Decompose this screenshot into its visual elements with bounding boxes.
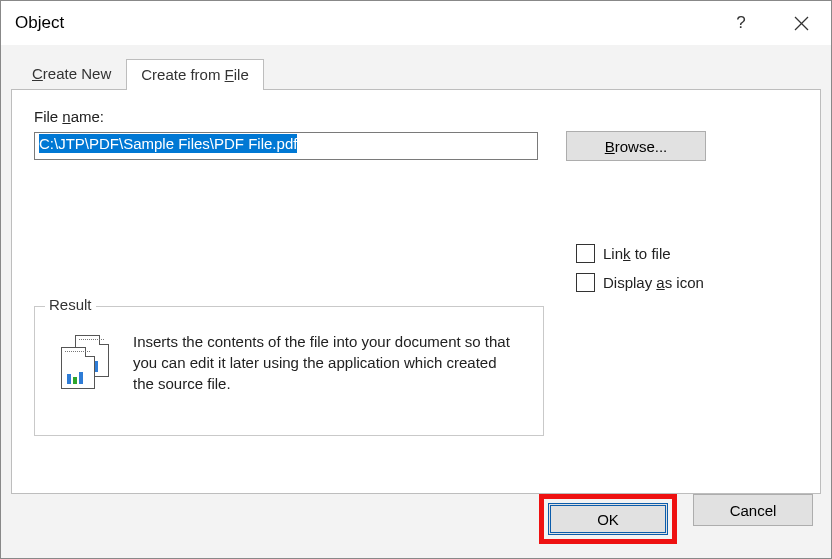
- close-icon: [794, 16, 809, 31]
- checkbox-box: [576, 244, 595, 263]
- tab-strip: Create New Create from File: [17, 55, 821, 89]
- browse-button[interactable]: Browse...: [566, 131, 706, 161]
- help-button[interactable]: ?: [711, 1, 771, 45]
- close-button[interactable]: [771, 1, 831, 45]
- dialog-buttons: OK Cancel: [11, 494, 821, 544]
- help-icon: ?: [736, 13, 745, 33]
- tab-create-from-file[interactable]: Create from File: [126, 59, 264, 90]
- ok-highlight-annotation: OK: [539, 494, 677, 544]
- dialog-body: Create New Create from File File name: C…: [1, 45, 831, 558]
- link-to-file-checkbox[interactable]: Link to file: [576, 244, 704, 263]
- cancel-button[interactable]: Cancel: [693, 494, 813, 526]
- tab-create-new[interactable]: Create New: [17, 58, 126, 89]
- file-name-input[interactable]: C:\JTP\PDF\Sample Files\PDF File.pdf: [34, 132, 538, 160]
- options-group: Link to file Display as icon: [576, 244, 704, 292]
- object-dialog: Object ? Create New Create from File Fil…: [0, 0, 832, 559]
- dialog-title: Object: [15, 13, 64, 33]
- file-name-label: File name:: [34, 108, 796, 125]
- display-as-icon-label: Display as icon: [603, 274, 704, 291]
- result-description: Inserts the contents of the file into yo…: [133, 331, 521, 394]
- display-as-icon-checkbox[interactable]: Display as icon: [576, 273, 704, 292]
- checkbox-box: [576, 273, 595, 292]
- tab-panel: File name: C:\JTP\PDF\Sample Files\PDF F…: [11, 89, 821, 494]
- link-to-file-label: Link to file: [603, 245, 671, 262]
- result-legend: Result: [45, 296, 96, 313]
- result-groupbox: Result Inserts the contents of the file …: [34, 306, 544, 436]
- titlebar: Object ?: [1, 1, 831, 45]
- file-path-text: C:\JTP\PDF\Sample Files\PDF File.pdf: [39, 134, 297, 153]
- embed-document-icon: [57, 335, 111, 389]
- ok-button[interactable]: OK: [548, 503, 668, 535]
- file-row: C:\JTP\PDF\Sample Files\PDF File.pdf Bro…: [34, 131, 796, 161]
